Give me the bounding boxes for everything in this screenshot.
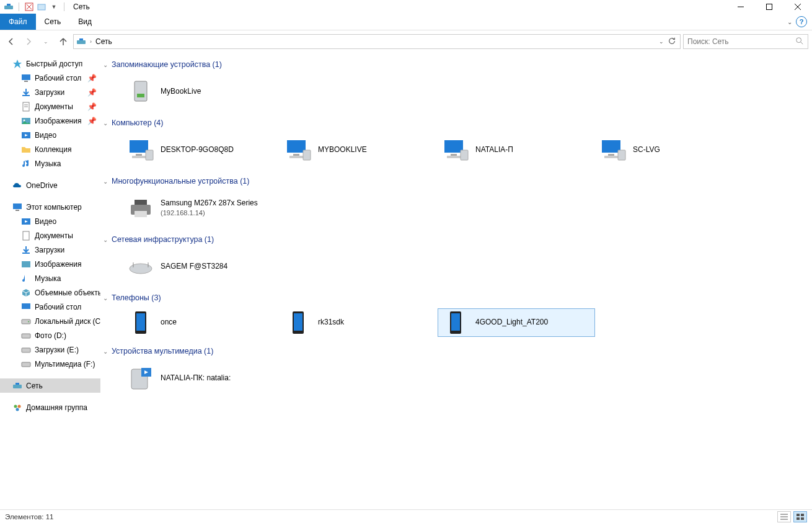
- tree-quick-item[interactable]: Видео: [0, 128, 100, 142]
- item-tile[interactable]: SC-LVG: [595, 133, 752, 167]
- status-items-count: 11: [46, 513, 54, 521]
- chevron-down-icon: ⌄: [103, 295, 108, 302]
- tree-pc-item[interactable]: Документы: [0, 228, 100, 243]
- window-title: Сеть: [73, 2, 90, 11]
- separator: [19, 2, 19, 11]
- tree-quick-item[interactable]: Коллекция: [0, 142, 100, 156]
- group-header-storage[interactable]: ⌄Запоминающие устройства (1): [100, 58, 812, 71]
- tree-pc-item[interactable]: Музыка: [0, 271, 100, 285]
- item-tile[interactable]: once: [123, 308, 280, 337]
- tree-quick-item[interactable]: Документы📌: [0, 99, 100, 114]
- svg-line-11: [801, 42, 803, 44]
- svg-rect-66: [136, 313, 145, 331]
- item-tile[interactable]: DESKTOP-9GO8Q8D: [123, 133, 280, 167]
- tree-pc-item[interactable]: Объемные объекты: [0, 285, 100, 300]
- tree-quick-item[interactable]: Рабочий стол📌: [0, 71, 100, 85]
- tree-pc-item[interactable]: Изображения: [0, 257, 100, 271]
- recent-locations-button[interactable]: ⌄: [38, 34, 53, 49]
- item-tile[interactable]: rk31sdk: [280, 308, 438, 337]
- item-tile[interactable]: NATALIA-ПК: natalia:: [123, 362, 280, 395]
- svg-rect-15: [22, 95, 30, 96]
- tree-quick-access[interactable]: Быстрый доступ: [0, 56, 100, 71]
- forward-button[interactable]: [21, 34, 36, 49]
- navigation-tree[interactable]: Быстрый доступ Рабочий стол📌 Загрузки📌 Д…: [0, 53, 100, 509]
- pictures-icon: [21, 259, 31, 269]
- tree-pc-item[interactable]: Рабочий стол: [0, 300, 100, 314]
- tree-pc-item[interactable]: Мультимедиа (F:): [0, 357, 100, 371]
- pin-icon: 📌: [87, 117, 97, 125]
- group-header-computer[interactable]: ⌄Компьютер (4): [100, 116, 812, 130]
- address-bar[interactable]: › Сеть ⌄: [73, 34, 681, 49]
- ribbon-tab-view[interactable]: Вид: [69, 14, 100, 30]
- tree-quick-item[interactable]: Изображения📌: [0, 114, 100, 128]
- svg-marker-12: [13, 60, 22, 68]
- svg-rect-3: [38, 4, 45, 10]
- tree-pc-item[interactable]: Загрузки (E:): [0, 342, 100, 357]
- search-input[interactable]: [687, 37, 795, 46]
- item-label: NATALIA-П: [475, 145, 513, 154]
- group-header-infra[interactable]: ⌄Сетевая инфраструктура (1): [100, 233, 812, 246]
- tree-label: Мультимедиа (F:): [35, 360, 95, 369]
- item-tile[interactable]: MYBOOKLIVE: [280, 133, 438, 167]
- app-icon: [4, 2, 14, 12]
- group-header-mfu[interactable]: ⌄Многофункциональные устройства (1): [100, 174, 812, 188]
- tree-homegroup[interactable]: Домашняя группа: [0, 400, 100, 414]
- desktop-icon: [21, 302, 31, 312]
- tree-label: Сеть: [26, 382, 43, 390]
- view-tiles-button[interactable]: [793, 511, 807, 522]
- tree-onedrive[interactable]: OneDrive: [0, 178, 100, 192]
- tree-pc-item[interactable]: Видео: [0, 214, 100, 228]
- item-tile[interactable]: Samsung M267x 287x Series(192.168.1.14): [123, 192, 280, 225]
- tree-pc-item[interactable]: Локальный диск (C:): [0, 314, 100, 328]
- maximize-button[interactable]: [755, 0, 783, 14]
- qat-newfolder-icon[interactable]: [37, 2, 46, 12]
- item-tile[interactable]: NATALIA-П: [438, 133, 595, 167]
- breadcrumb-chevron-icon[interactable]: ›: [90, 38, 92, 45]
- group-header-phones[interactable]: ⌄Телефоны (3): [100, 291, 812, 305]
- storage-device-icon: [127, 78, 154, 105]
- ribbon-expand-icon[interactable]: ⌄: [787, 19, 792, 25]
- qat-dropdown-icon[interactable]: ▼: [49, 2, 59, 12]
- ribbon-tab-network[interactable]: Сеть: [36, 14, 70, 30]
- svg-rect-60: [135, 200, 147, 205]
- drive-icon: [21, 345, 31, 355]
- help-button[interactable]: ?: [796, 16, 807, 27]
- svg-rect-9: [79, 38, 83, 40]
- svg-rect-79: [797, 517, 800, 520]
- address-dropdown-icon[interactable]: ⌄: [659, 38, 664, 45]
- up-button[interactable]: [56, 34, 71, 49]
- view-details-button[interactable]: [777, 511, 791, 522]
- back-button[interactable]: [4, 34, 19, 49]
- computer-icon: [599, 136, 627, 164]
- tree-quick-item[interactable]: Загрузки📌: [0, 85, 100, 99]
- group-title: Многофункциональные устройства (1): [112, 177, 250, 186]
- tree-pc-item[interactable]: Фото (D:): [0, 328, 100, 342]
- svg-rect-8: [77, 40, 86, 44]
- tree-pc-item[interactable]: Загрузки: [0, 243, 100, 257]
- minimize-button[interactable]: [726, 0, 755, 14]
- status-items-label: Элементов:: [5, 513, 43, 521]
- item-tile[interactable]: SAGEM F@ST3284: [123, 250, 280, 284]
- svg-rect-48: [293, 154, 299, 156]
- item-tile[interactable]: MyBookLive: [123, 75, 280, 109]
- group-header-media[interactable]: ⌄Устройства мультимедиа (1): [100, 344, 812, 358]
- tree-quick-item[interactable]: Музыка: [0, 156, 100, 171]
- ribbon-tab-file[interactable]: Файл: [0, 14, 36, 30]
- monitor-icon: [12, 202, 22, 212]
- refresh-button[interactable]: [668, 37, 676, 47]
- svg-rect-14: [24, 81, 28, 82]
- item-tile[interactable]: 4GOOD_Light_AT200: [438, 308, 595, 337]
- router-icon: [127, 253, 154, 280]
- documents-icon: [21, 102, 31, 112]
- close-button[interactable]: [783, 0, 812, 14]
- qat-properties-icon[interactable]: [24, 2, 34, 12]
- tree-label: Загрузки: [35, 88, 64, 97]
- svg-rect-36: [13, 385, 22, 388]
- svg-point-10: [797, 37, 801, 42]
- breadcrumb-item[interactable]: Сеть: [95, 37, 112, 46]
- search-box[interactable]: [683, 34, 808, 49]
- tree-this-pc[interactable]: Этот компьютер: [0, 200, 100, 214]
- chevron-down-icon: ⌄: [103, 61, 108, 68]
- svg-rect-42: [137, 94, 144, 97]
- tree-network[interactable]: Сеть: [0, 378, 100, 393]
